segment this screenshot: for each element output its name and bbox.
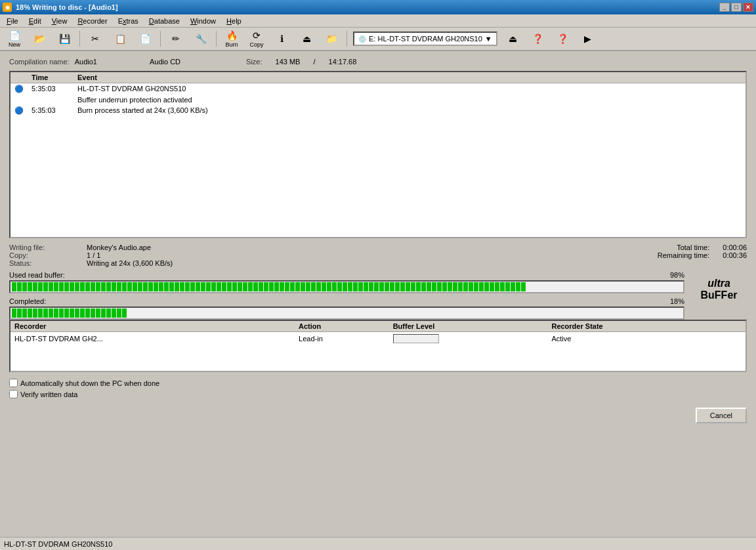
menu-extras[interactable]: Extras: [113, 16, 144, 26]
bar-segment: [101, 308, 106, 318]
drive-label: E: HL-DT-ST DVDRAM GH20NS10: [369, 35, 482, 43]
menu-window[interactable]: Window: [185, 16, 221, 26]
bar-segment: [12, 308, 16, 318]
col-buffer-level: Buffer Level: [389, 321, 548, 332]
bar-segment: [453, 282, 457, 291]
help-button[interactable]: ❓: [526, 29, 550, 49]
bar-segment: [54, 308, 58, 318]
menu-help[interactable]: Help: [221, 16, 247, 26]
folder-button[interactable]: 📁: [320, 29, 343, 49]
copy-disc-button[interactable]: ⟳ Copy: [245, 29, 268, 49]
bar-segment: [22, 282, 27, 291]
recorder-table-container: Recorder Action Buffer Level Recorder St…: [9, 320, 747, 372]
bar-segment: [164, 282, 169, 291]
bar-segment: [38, 308, 43, 318]
menu-file[interactable]: File: [1, 16, 24, 26]
bar-segment: [400, 282, 405, 291]
settings-button[interactable]: 🔧: [189, 29, 213, 49]
bar-segment: [416, 282, 421, 291]
shutdown-label: Automatically shut down the PC when done: [20, 379, 159, 387]
eject-disc-button[interactable]: ⏏: [501, 29, 525, 49]
bar-segment: [28, 282, 32, 291]
info-button[interactable]: ℹ: [270, 29, 293, 49]
bar-segment: [343, 282, 347, 291]
extra-button[interactable]: ▶: [576, 29, 600, 49]
maximize-button[interactable]: □: [731, 3, 742, 12]
recorder-action: Lead-in: [295, 332, 389, 346]
bar-segment: [38, 282, 43, 291]
cut-button[interactable]: ✂: [83, 29, 107, 49]
close-button[interactable]: ✕: [743, 3, 753, 12]
paste-icon: 📄: [140, 33, 151, 44]
edit-icon: ✏: [172, 33, 180, 44]
recorder-buffer: [389, 332, 548, 346]
total-time-value: 0:00:06: [723, 243, 747, 251]
bar-segment: [248, 282, 253, 291]
copy-button[interactable]: 📋: [108, 29, 132, 49]
bar-segment: [70, 282, 74, 291]
about-icon: ❓: [557, 33, 568, 44]
shutdown-checkbox[interactable]: [9, 379, 18, 387]
verify-checkbox[interactable]: [9, 390, 18, 398]
bar-segment: [290, 282, 295, 291]
menu-bar: File Edit View Recorder Extras Database …: [0, 14, 756, 28]
bar-segment: [96, 308, 100, 318]
comp-size-value: 143 MB: [276, 58, 301, 66]
bar-segment: [358, 282, 363, 291]
recorder-name: HL-DT-ST DVDRAM GH2...: [10, 332, 295, 346]
paste-button[interactable]: 📄: [133, 29, 157, 49]
bar-segment: [421, 282, 426, 291]
log-area[interactable]: Time Event 🔵 5:35:03 HL-DT-ST DVDRAM GH2…: [9, 71, 747, 238]
bar-segment: [59, 282, 64, 291]
completed-bar: [9, 307, 684, 320]
bar-segment: [322, 282, 326, 291]
bar-segment: [117, 282, 121, 291]
bar-segment: [374, 282, 379, 291]
bar-segment: [232, 282, 237, 291]
log-col-event: Event: [74, 72, 746, 83]
menu-edit[interactable]: Edit: [24, 16, 47, 26]
bar-segment: [301, 282, 305, 291]
edit-button[interactable]: ✏: [164, 29, 188, 49]
main-content: Compilation name: Audio1 Audio CD Size: …: [0, 51, 756, 537]
about-button[interactable]: ❓: [551, 29, 575, 49]
bar-segment: [185, 282, 190, 291]
table-row: 🔵 5:35:03 HL-DT-ST DVDRAM GH20NS510: [10, 83, 746, 95]
menu-recorder[interactable]: Recorder: [72, 16, 112, 26]
comp-duration: 14:17.68: [329, 58, 357, 66]
bar-segment: [106, 282, 111, 291]
menu-database[interactable]: Database: [144, 16, 185, 26]
bar-segment: [280, 282, 284, 291]
status-label: Status:: [9, 259, 81, 267]
cancel-button[interactable]: Cancel: [696, 408, 747, 423]
bar-segment: [201, 282, 205, 291]
minimize-button[interactable]: _: [719, 3, 730, 12]
log-col-icon: [10, 72, 28, 83]
bar-segment: [469, 282, 473, 291]
comp-separator: /: [313, 58, 315, 66]
open-button[interactable]: 📂: [28, 29, 51, 49]
checkbox-section: Automatically shut down the PC when done…: [9, 379, 747, 398]
bar-segment: [112, 282, 116, 291]
eject-button[interactable]: ⏏: [295, 29, 318, 49]
status-bar: HL-DT-ST DVDRAM GH20NS510: [0, 537, 756, 550]
bar-segment: [390, 282, 394, 291]
drive-selector[interactable]: 💿 E: HL-DT-ST DVDRAM GH20NS10 ▼: [353, 32, 497, 46]
toolbar-separator-2: [160, 31, 161, 47]
new-button[interactable]: 📄 New: [3, 29, 26, 49]
comp-size-label: Size:: [246, 58, 262, 66]
bar-segment: [427, 282, 431, 291]
bar-segment: [85, 282, 90, 291]
app-icon: ◉: [3, 3, 12, 12]
copy-value: 1 / 1: [87, 251, 100, 259]
open-icon: 📂: [34, 33, 45, 44]
burn-button[interactable]: 🔥 Burn: [220, 29, 243, 49]
bar-segment: [85, 308, 90, 318]
save-button[interactable]: 💾: [52, 29, 76, 49]
bar-segment: [133, 282, 137, 291]
bar-segment: [238, 282, 242, 291]
bar-segment: [243, 282, 247, 291]
bar-segment: [500, 282, 505, 291]
menu-view[interactable]: View: [47, 16, 73, 26]
bar-segment: [64, 282, 69, 291]
